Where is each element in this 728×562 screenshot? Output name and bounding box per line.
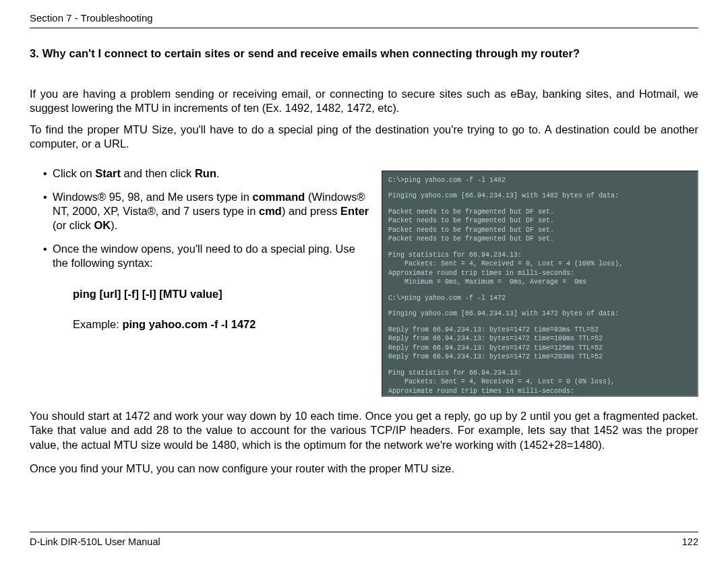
terminal-line: Packet needs to be fragmented but DF set…: [388, 216, 692, 226]
paragraph-2: To find the proper MTU Size, you'll have…: [30, 123, 698, 152]
command-prompt-screenshot: C:\>ping yahoo.com -f -l 1482Pinging yah…: [382, 170, 698, 397]
terminal-line: Packets: Sent = 4, Received = 0, Lost = …: [388, 259, 692, 269]
terminal-line: [388, 201, 692, 208]
terminal-line: C:\>ping yahoo.com -f -l 1482: [388, 176, 692, 185]
instructions-column: • Click on Start and then click Run. • W…: [30, 166, 382, 332]
terminal-line: Reply from 66.94.234.13: bytes=1472 time…: [388, 325, 692, 335]
terminal-line: Approximate round trip times in milli-se…: [388, 269, 692, 278]
terminal-line: [388, 319, 692, 325]
terminal-line: Packet needs to be fragmented but DF set…: [388, 235, 692, 244]
terminal-line: Minimum = 0ms, Maximum = 0ms, Average = …: [388, 278, 692, 287]
terminal-line: Reply from 66.94.234.13: bytes=1472 time…: [388, 334, 692, 344]
bullet-3: • Once the window opens, you'll need to …: [30, 242, 369, 270]
paragraph-4: Once you find your MTU, you can now conf…: [30, 462, 698, 476]
terminal-line: C:\>ping yahoo.com -f -l 1472: [388, 294, 692, 303]
terminal-line: [388, 185, 692, 191]
bullet-2: • Windows® 95, 98, and Me users type in …: [30, 190, 369, 232]
faq-question: 3. Why can't I connect to certain sites …: [30, 47, 698, 60]
terminal-line: Ping statistics for 66.94.234.13:: [388, 369, 692, 378]
footer-manual-name: D-Link DIR-510L User Manual: [30, 536, 160, 547]
terminal-line: Pinging yahoo.com [66.94.234.13] with 14…: [388, 309, 692, 319]
terminal-line: Reply from 66.94.234.13: bytes=1472 time…: [388, 344, 692, 353]
bullet-1: • Click on Start and then click Run.: [30, 166, 369, 181]
page-footer: D-Link DIR-510L User Manual 122: [30, 532, 698, 547]
terminal-line: [388, 303, 692, 309]
ping-syntax: ping [url] [-f] [-l] [MTU value]: [73, 288, 369, 301]
terminal-line: Packets: Sent = 4, Received = 4, Lost = …: [388, 377, 692, 387]
terminal-line: [388, 244, 692, 251]
terminal-line: [388, 287, 692, 294]
terminal-line: Reply from 66.94.234.13: bytes=1472 time…: [388, 352, 692, 362]
paragraph-3: You should start at 1472 and work your w…: [30, 409, 698, 452]
terminal-line: [388, 362, 692, 369]
terminal-line: Packet needs to be fragmented but DF set…: [388, 208, 692, 217]
ping-example: Example: ping yahoo.com -f -l 1472: [73, 318, 369, 331]
terminal-line: Packet needs to be fragmented but DF set…: [388, 226, 692, 235]
footer-page-number: 122: [682, 536, 698, 547]
content-row: • Click on Start and then click Run. • W…: [30, 166, 698, 397]
terminal-line: Approximate round trip times in milli-se…: [388, 387, 692, 396]
terminal-line: Ping statistics for 66.94.234.13:: [388, 251, 692, 260]
section-label: Section 7 - Troubleshooting: [30, 12, 153, 24]
paragraph-1: If you are having a problem sending or r…: [30, 87, 698, 116]
terminal-line: Pinging yahoo.com [66.94.234.13] with 14…: [388, 191, 692, 201]
terminal-line: Minimum = 93ms, Maximum = 203ms, Average…: [388, 396, 692, 397]
page-header: Section 7 - Troubleshooting: [30, 12, 698, 28]
